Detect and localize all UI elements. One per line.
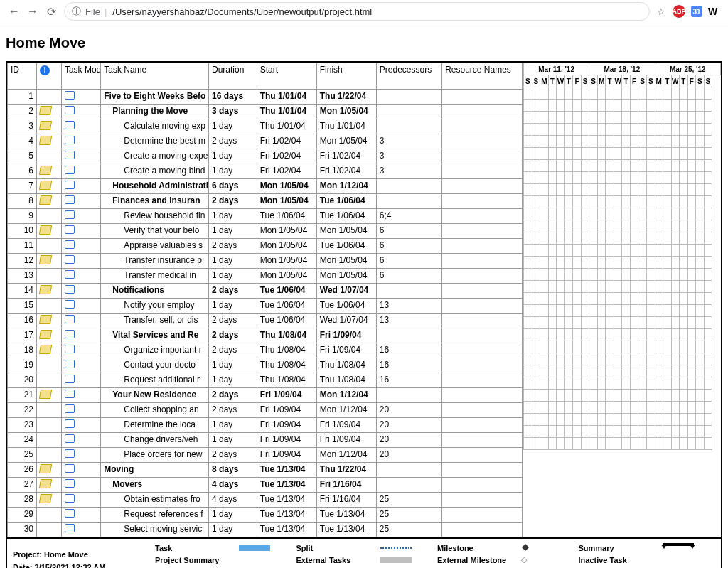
back-icon[interactable]: ← — [9, 6, 20, 17]
cell-resources — [442, 463, 523, 478]
cell-predecessors — [376, 90, 441, 105]
timeline-day: T — [548, 75, 557, 87]
note-icon — [39, 479, 52, 488]
abp-icon[interactable]: ABP — [673, 5, 685, 18]
task-mode-icon — [65, 360, 75, 368]
cell-resources — [442, 314, 523, 328]
extension-square-icon[interactable]: 31 — [691, 6, 702, 17]
table-row: 30Select moving servic1 dayTue 1/13/04Tu… — [8, 523, 523, 537]
table-row: 23Determine the loca1 dayFri 1/09/04Fri … — [8, 418, 523, 433]
cell-name: Household Administratio — [101, 179, 209, 194]
cell-id: 30 — [8, 523, 37, 537]
task-mode-icon — [65, 270, 75, 279]
cell-name: Request references f — [101, 508, 209, 523]
cell-resources — [442, 254, 523, 269]
table-row: 13Transfer medical in1 dayMon 1/05/04Mon… — [8, 269, 523, 284]
cell-name: Determine the best m — [101, 134, 209, 149]
legend-external: External Tasks — [296, 556, 375, 564]
cell-duration: 1 day — [209, 224, 257, 239]
note-icon — [39, 106, 52, 115]
timeline-week: Mar 18, '12 — [589, 63, 655, 75]
cell-finish: Fri 1/09/04 — [316, 343, 376, 358]
cell-start: Tue 1/06/04 — [257, 314, 316, 328]
timeline-row — [524, 377, 721, 390]
cell-info — [37, 224, 62, 239]
reload-icon[interactable]: ⟳ — [46, 6, 57, 17]
cell-start: Fri 1/02/04 — [257, 149, 316, 164]
task-mode-icon — [65, 181, 75, 189]
cell-mode — [61, 254, 100, 269]
browser-toolbar: ← → ⟳ ⓘ File | /Users/nayyershahbaz/Docu… — [0, 0, 728, 23]
cell-duration: 1 day — [209, 269, 257, 284]
note-icon — [39, 330, 52, 339]
cell-id: 19 — [8, 358, 37, 373]
cell-resources — [442, 523, 523, 537]
note-icon — [39, 285, 52, 294]
timeline-day: S — [646, 75, 655, 87]
cell-duration: 2 days — [209, 343, 257, 358]
cell-finish: Mon 1/05/04 — [316, 224, 376, 239]
timeline-row — [524, 257, 721, 269]
timeline-day: M — [655, 75, 663, 87]
timeline-day: T — [663, 75, 672, 87]
cell-start: Thu 1/01/04 — [257, 105, 316, 119]
address-bar[interactable]: ⓘ File | /Users/nayyershahbaz/Documents/… — [64, 2, 650, 21]
cell-predecessors — [376, 463, 441, 478]
cell-predecessors — [376, 179, 441, 194]
cell-finish: Tue 1/13/04 — [316, 508, 376, 523]
table-row: 21Your New Residence2 daysFri 1/09/04Mon… — [8, 388, 523, 403]
cell-predecessors: 3 — [376, 134, 441, 149]
cell-finish: Fri 1/02/04 — [316, 149, 376, 164]
cell-name: Collect shopping an — [101, 403, 209, 418]
legend: Project: Home Move Date: 3/15/2021 12:32… — [7, 537, 721, 568]
cell-resources — [442, 164, 523, 179]
task-mode-icon — [65, 509, 75, 518]
cell-finish: Fri 1/16/04 — [316, 478, 376, 493]
cell-id: 1 — [8, 90, 37, 105]
timeline-day: T — [606, 75, 614, 87]
cell-resources — [442, 105, 523, 119]
cell-start: Mon 1/05/04 — [257, 194, 316, 209]
cell-id: 20 — [8, 373, 37, 388]
timeline-day: T — [680, 75, 688, 87]
cell-id: 24 — [8, 433, 37, 448]
star-icon[interactable]: ☆ — [657, 6, 665, 17]
cell-id: 17 — [8, 328, 37, 343]
cell-id: 4 — [8, 134, 37, 149]
cell-mode — [61, 448, 100, 463]
cell-info — [37, 314, 62, 328]
timeline-day-row: SSMTWTFSSMTWTFSSMTWTFSS — [524, 75, 721, 87]
timeline-day: M — [540, 75, 549, 87]
cell-resources — [442, 239, 523, 254]
timeline-row — [524, 172, 721, 184]
col-name: Task Name — [101, 63, 209, 90]
forward-icon[interactable]: → — [27, 6, 38, 17]
task-mode-icon — [65, 195, 75, 204]
cell-start: Fri 1/09/04 — [257, 418, 316, 433]
cell-resources — [442, 134, 523, 149]
cell-info — [37, 269, 62, 284]
cell-name: Review household fin — [101, 209, 209, 224]
extension-w-icon[interactable]: W — [708, 6, 719, 17]
cell-duration: 3 days — [209, 105, 257, 119]
cell-finish: Tue 1/06/04 — [316, 209, 376, 224]
timeline-row — [524, 160, 721, 172]
cell-finish: Fri 1/09/04 — [316, 418, 376, 433]
file-origin-chip: ⓘ File | — [72, 5, 107, 18]
svg-marker-0 — [522, 544, 529, 551]
cell-resources — [442, 299, 523, 314]
cell-duration: 4 days — [209, 493, 257, 508]
cell-mode — [61, 149, 100, 164]
cell-predecessors: 16 — [376, 358, 441, 373]
cell-predecessors — [376, 478, 441, 493]
timeline-row — [524, 365, 721, 377]
cell-info — [37, 433, 62, 448]
cell-name: Organize important r — [101, 343, 209, 358]
timeline-row — [524, 148, 721, 160]
cell-id: 25 — [8, 448, 37, 463]
cell-predecessors: 20 — [376, 403, 441, 418]
cell-finish: Thu 1/08/04 — [316, 358, 376, 373]
cell-info — [37, 299, 62, 314]
cell-predecessors: 16 — [376, 343, 441, 358]
cell-name: Finances and Insuran — [101, 194, 209, 209]
